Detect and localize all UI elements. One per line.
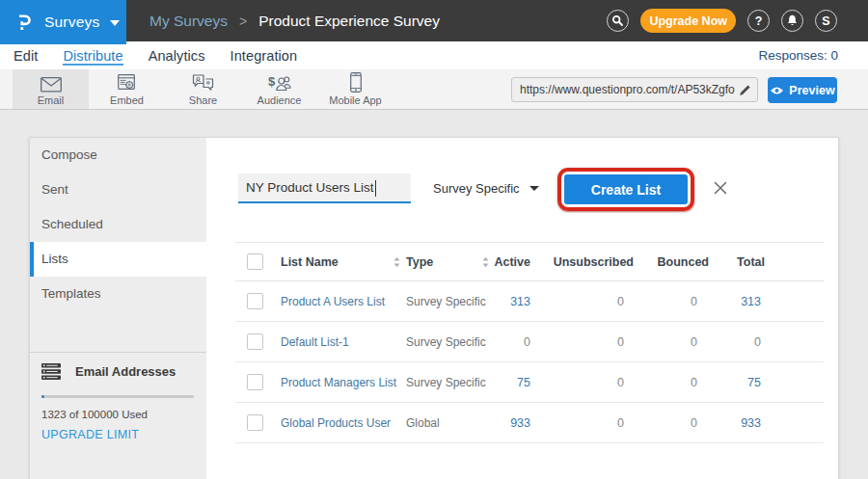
tool-audience[interactable]: $ Audience bbox=[241, 69, 317, 109]
unsubscribed-count: 0 bbox=[534, 416, 634, 430]
red-highlight-annotation: Create List bbox=[557, 168, 694, 211]
active-count[interactable]: 933 bbox=[491, 416, 534, 430]
select-caret-icon bbox=[529, 186, 539, 191]
list-type: Global bbox=[402, 416, 491, 430]
product-menu-label: Surveys bbox=[44, 13, 99, 31]
email-addresses-icon bbox=[41, 363, 61, 380]
email-sidebar: Compose Sent Scheduled Lists Templates E… bbox=[30, 138, 206, 479]
row-checkbox[interactable] bbox=[247, 414, 263, 431]
active-count[interactable]: 313 bbox=[491, 295, 534, 308]
tool-mobile-app[interactable]: Mobile App bbox=[317, 69, 393, 109]
list-name-link[interactable]: Product Managers List bbox=[281, 376, 396, 389]
email-addresses-title: Email Addresses bbox=[75, 364, 176, 379]
email-distribution-card: Compose Sent Scheduled Lists Templates E… bbox=[29, 137, 839, 479]
col-total: Total bbox=[709, 255, 765, 269]
unsubscribed-count: 0 bbox=[534, 335, 634, 349]
tool-share-label: Share bbox=[189, 94, 217, 106]
row-checkbox[interactable] bbox=[247, 293, 263, 309]
preview-button[interactable]: Preview bbox=[768, 77, 837, 103]
tool-email[interactable]: Email bbox=[13, 69, 89, 109]
survey-nav-bar: Edit Distribute Analytics Integration Re… bbox=[0, 41, 868, 69]
chevron-down-icon bbox=[110, 20, 120, 26]
unsubscribed-count: 0 bbox=[534, 376, 634, 389]
upgrade-now-button[interactable]: Upgrade Now bbox=[640, 9, 736, 33]
search-icon bbox=[611, 14, 624, 27]
sort-type-icon[interactable] bbox=[482, 256, 489, 267]
survey-url-input[interactable] bbox=[520, 83, 735, 96]
sidebar-item-sent[interactable]: Sent bbox=[30, 173, 206, 207]
list-type: Survey Specific bbox=[402, 335, 491, 349]
list-name-link[interactable]: Product A Users List bbox=[281, 295, 385, 308]
tool-embed-label: Embed bbox=[110, 94, 144, 106]
total-count: 0 bbox=[709, 335, 765, 349]
table-header-row: List Name Type Active Unsubscribed Bounc… bbox=[235, 243, 824, 281]
help-button[interactable]: ? bbox=[747, 10, 770, 32]
product-switcher[interactable]: Surveys bbox=[0, 0, 126, 44]
survey-url-field[interactable] bbox=[511, 77, 758, 102]
table-row: Default List-1 Survey Specific 0 0 0 0 bbox=[235, 322, 824, 362]
questionpro-logo-icon bbox=[18, 13, 31, 32]
col-list-name[interactable]: List Name bbox=[281, 255, 339, 269]
edit-url-pencil-icon[interactable] bbox=[739, 84, 751, 96]
tab-edit[interactable]: Edit bbox=[14, 41, 38, 69]
list-name-link[interactable]: Global Products User bbox=[281, 416, 391, 430]
notifications-button[interactable] bbox=[781, 10, 803, 32]
embed-icon bbox=[118, 73, 137, 93]
total-count[interactable]: 75 bbox=[709, 376, 765, 389]
col-bounced: Bounced bbox=[634, 255, 709, 269]
email-usage-progress-fill bbox=[41, 395, 44, 398]
tab-analytics[interactable]: Analytics bbox=[149, 41, 205, 69]
breadcrumb: My Surveys > Product Experience Survey bbox=[149, 0, 440, 41]
tool-mobile-app-label: Mobile App bbox=[329, 94, 381, 106]
sidebar-divider bbox=[30, 352, 206, 353]
close-icon[interactable] bbox=[713, 180, 728, 196]
tab-distribute[interactable]: Distribute bbox=[63, 41, 122, 69]
tool-share[interactable]: Share bbox=[165, 69, 241, 109]
share-icon bbox=[192, 73, 214, 93]
table-row: Product Managers List Survey Specific 75… bbox=[235, 362, 824, 403]
row-checkbox[interactable] bbox=[247, 374, 263, 390]
bounced-count: 0 bbox=[634, 295, 709, 308]
col-type[interactable]: Type bbox=[406, 255, 433, 269]
account-avatar[interactable]: S bbox=[815, 10, 837, 32]
breadcrumb-my-surveys[interactable]: My Surveys bbox=[149, 13, 228, 30]
col-unsubscribed: Unsubscribed bbox=[534, 255, 634, 269]
sidebar-item-compose[interactable]: Compose bbox=[30, 138, 206, 173]
list-type: Survey Specific bbox=[402, 295, 491, 308]
sidebar-item-lists[interactable]: Lists bbox=[30, 242, 206, 277]
tool-email-label: Email bbox=[38, 94, 65, 106]
unsubscribed-count: 0 bbox=[534, 295, 634, 308]
active-count[interactable]: 75 bbox=[491, 376, 534, 389]
mobile-app-icon bbox=[350, 73, 362, 93]
tool-embed[interactable]: Embed bbox=[89, 69, 165, 109]
preview-label: Preview bbox=[789, 84, 834, 97]
row-checkbox[interactable] bbox=[247, 333, 263, 350]
email-icon bbox=[41, 73, 62, 93]
select-all-checkbox[interactable] bbox=[247, 253, 263, 270]
email-usage-text: 1323 of 100000 Used bbox=[41, 409, 196, 420]
sidebar-item-templates[interactable]: Templates bbox=[30, 277, 206, 311]
list-type-value: Survey Specific bbox=[433, 181, 520, 196]
tab-integration[interactable]: Integration bbox=[231, 41, 298, 69]
active-count: 0 bbox=[491, 335, 534, 349]
email-usage-progressbar bbox=[41, 395, 194, 398]
sidebar-item-scheduled[interactable]: Scheduled bbox=[30, 207, 206, 242]
bounced-count: 0 bbox=[634, 416, 709, 430]
search-button[interactable] bbox=[607, 10, 629, 32]
create-list-button[interactable]: Create List bbox=[564, 174, 688, 204]
sort-list-name-icon[interactable] bbox=[393, 256, 400, 267]
table-row: Product A Users List Survey Specific 313… bbox=[235, 281, 824, 322]
audience-icon: $ bbox=[268, 73, 291, 93]
bounced-count: 0 bbox=[634, 335, 709, 349]
list-name-link[interactable]: Default List-1 bbox=[281, 335, 349, 349]
total-count[interactable]: 933 bbox=[709, 416, 765, 430]
col-active: Active bbox=[491, 255, 534, 269]
new-list-name-input[interactable] bbox=[238, 173, 411, 203]
upgrade-limit-link[interactable]: UPGRADE LIMIT bbox=[41, 428, 139, 441]
top-bar: My Surveys > Product Experience Survey U… bbox=[0, 0, 868, 41]
responses-count[interactable]: Responses: 0 bbox=[758, 41, 838, 69]
total-count[interactable]: 313 bbox=[709, 295, 765, 308]
bell-icon bbox=[786, 14, 799, 27]
bounced-count: 0 bbox=[634, 376, 709, 389]
list-type-select[interactable]: Survey Specific bbox=[433, 173, 539, 203]
